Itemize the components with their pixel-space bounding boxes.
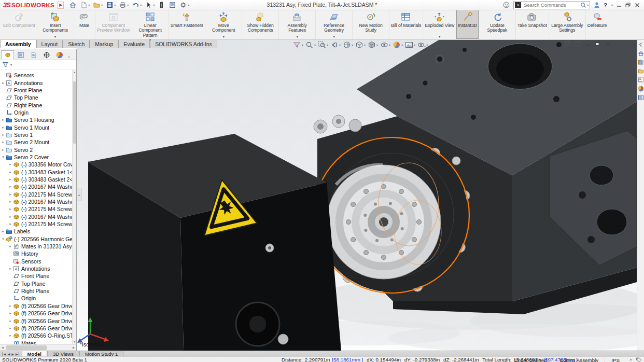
scroll-down-arrow[interactable]: ▼ (73, 340, 77, 344)
tree-item[interactable]: ▸AAnnotations (0, 265, 72, 272)
expand-arrow-icon[interactable]: ▸ (1, 140, 6, 144)
reference-geometry-button[interactable]: Reference Geometry▾ (316, 10, 353, 39)
exploded-view-button[interactable]: Exploded View▾ (423, 10, 456, 39)
displaymanager-tab[interactable] (53, 50, 66, 60)
insert-components-button[interactable]: Insert Components▾ (37, 10, 74, 39)
dropdown-caret-icon[interactable]: ▾ (223, 35, 225, 38)
search-dropdown-caret[interactable]: ▾ (587, 3, 589, 7)
featuremanager-tab[interactable] (1, 50, 14, 60)
graphics-area[interactable]: ▾▾▾▾▾▾▾▾▾▾▾ ◂ *Isometric (77, 39, 637, 351)
previous-tab-arrow[interactable]: ◀ (8, 352, 10, 356)
bill-of-materials-button[interactable]: Bill of Materials (389, 10, 423, 39)
tree-item[interactable]: Right Plane (0, 287, 72, 295)
expand-arrow-icon[interactable]: ▸ (1, 81, 6, 85)
section-view-icon[interactable]: ▾ (343, 41, 353, 49)
tree-item[interactable]: ▸(-) 202175 M4 Screw<2> ( (0, 205, 72, 213)
view-orientation-icon[interactable]: ▾ (355, 41, 366, 49)
expand-arrow-icon[interactable]: ▸ (8, 222, 13, 226)
dropdown-caret-icon[interactable]: ▾ (333, 35, 335, 38)
zoom-fit-icon[interactable]: ▾ (305, 41, 316, 49)
new-document-icon[interactable]: ▾ (79, 1, 91, 9)
tree-horizontal-scrollbar[interactable]: ◀ ▶ (0, 344, 76, 351)
expand-arrow-icon[interactable]: ▸ (8, 244, 13, 248)
filter-funnel-icon[interactable] (2, 61, 9, 68)
zoom-area-icon[interactable]: ▾ (318, 41, 328, 49)
close-button[interactable] (635, 3, 640, 8)
expand-arrow-icon[interactable]: ▸ (8, 319, 13, 323)
doc-minimize-button[interactable] (585, 41, 591, 47)
login-user-icon[interactable] (594, 2, 600, 8)
tree-item[interactable]: ▸(f) 202566 Gear Drive Lip S (0, 325, 72, 332)
tree-item[interactable]: Front Plane (0, 272, 72, 280)
select-icon[interactable]: ▾ (144, 1, 156, 9)
tree-item[interactable]: Front Plane (0, 87, 72, 94)
scroll-up-arrow[interactable]: ▲ (73, 70, 77, 75)
tree-item[interactable]: ▸(-) 200167 M4 Washer<1> (0, 183, 72, 190)
dropdown-caret-icon[interactable]: ▾ (149, 38, 151, 41)
move-component-button[interactable]: Move Component▾ (205, 10, 242, 39)
tree-item[interactable]: Top Plane (0, 94, 72, 101)
hide-show-items-icon[interactable]: ▾ (380, 41, 390, 49)
custom-properties-tag-icon[interactable] (636, 357, 642, 362)
tree-item[interactable]: ▸Servo 1 (0, 131, 72, 138)
tree-item[interactable]: ▸AAnnotations (0, 79, 72, 86)
tree-item[interactable]: ▾Servo 2 Cover (0, 154, 72, 161)
tree-item[interactable]: ▸(f) 202566 Gear Drive Inner (0, 317, 72, 324)
view-filter-icon[interactable]: ▾ (293, 41, 303, 49)
tree-item[interactable]: ▸(f) 202566 Gear Drive Inner (0, 310, 72, 317)
file-explorer-icon[interactable] (638, 68, 644, 74)
3d-scene[interactable] (77, 39, 637, 351)
tree-item[interactable]: ▸(-) 303356 Motor Cover<1> (0, 161, 72, 168)
home-icon[interactable] (68, 1, 78, 9)
tree-item[interactable]: ▸(-) 303483 Gasket 1<1> (D (0, 168, 72, 175)
expand-arrow-icon[interactable]: ▸ (1, 148, 6, 152)
assembly-features-button[interactable]: Assembly Features▾ (279, 10, 316, 39)
new-motion-study-button[interactable]: New Motion Study (353, 10, 389, 39)
configurationmanager-tab[interactable] (27, 50, 40, 60)
restore-button[interactable] (625, 3, 631, 8)
scroll-left-arrow[interactable]: ◀ (0, 345, 5, 351)
save-icon[interactable]: ▾ (105, 1, 117, 9)
filter-dropdown-caret[interactable]: ▾ (10, 63, 12, 66)
design-library-icon[interactable] (638, 59, 644, 65)
instant3d-button[interactable]: Instant3D (456, 10, 479, 39)
doc-window-icon[interactable] (575, 41, 581, 47)
tree-item[interactable]: ▸Labels (0, 228, 72, 235)
panel-tabs-overflow[interactable]: › (66, 54, 72, 60)
tree-vertical-scrollbar[interactable]: ▲ ▼ (72, 70, 76, 344)
rebuild-icon[interactable] (157, 1, 166, 9)
doc-restore-button[interactable] (595, 41, 601, 47)
print-icon[interactable]: ▾ (118, 1, 130, 9)
next-tab-arrow[interactable]: ▶ (11, 352, 14, 356)
tree-item[interactable]: ▾(-) 202566 Harmonic Gear Driv (0, 235, 72, 243)
tree-item[interactable]: Origin (0, 109, 72, 116)
doc-window-icon[interactable] (565, 41, 570, 47)
view-settings-icon[interactable]: ▾ (417, 41, 428, 49)
expand-arrow-icon[interactable]: ▸ (1, 126, 6, 130)
tree-item[interactable]: ▸(-) 200167 M4 Washer<2> (0, 198, 72, 205)
expand-arrow-icon[interactable]: ▸ (1, 133, 6, 137)
tree-item[interactable]: ▸(f) 202566 Gear Drive Hous (0, 302, 72, 310)
custom-properties-icon[interactable] (638, 94, 644, 101)
expand-arrow-icon[interactable]: ▸ (1, 118, 6, 122)
expand-arrow-icon[interactable]: ▸ (8, 311, 13, 315)
options-icon[interactable]: ▾ (178, 1, 190, 9)
undo-icon[interactable]: ▾ (131, 1, 143, 9)
show-hidden-components-button[interactable]: Show Hidden Components (242, 10, 279, 39)
tree-item[interactable]: History (0, 250, 72, 257)
tab-markup[interactable]: Markup (90, 39, 118, 48)
logo-flyout-arrow[interactable]: ▶ (58, 2, 64, 9)
expand-arrow-icon[interactable]: ▸ (8, 326, 13, 330)
expand-arrow-icon[interactable]: ▸ (8, 304, 13, 308)
tree-item[interactable]: ▸Mates in 313231 Asy, Fixed (0, 243, 72, 250)
taskpane-expand-icon[interactable] (638, 41, 644, 48)
tree-item[interactable]: Sensors (0, 258, 72, 265)
expand-arrow-icon[interactable]: ▸ (8, 192, 13, 197)
minimize-button[interactable] (617, 3, 622, 7)
tab-layout[interactable]: Layout (36, 39, 63, 48)
dropdown-caret-icon[interactable]: ▾ (439, 35, 440, 38)
search-commands-box[interactable]: > ▾ (513, 1, 590, 9)
mate-button[interactable]: Mate (74, 10, 95, 39)
feedback-icon[interactable] (503, 2, 510, 8)
dropdown-caret-icon[interactable]: ▾ (54, 35, 56, 38)
